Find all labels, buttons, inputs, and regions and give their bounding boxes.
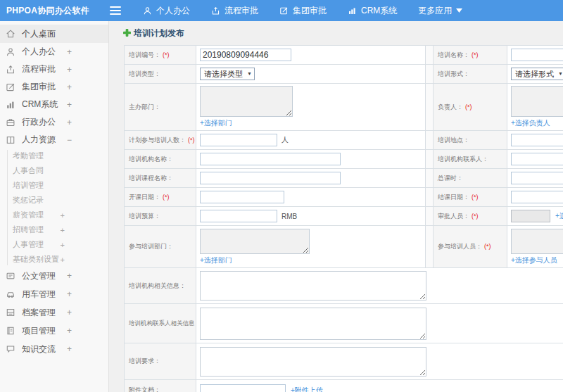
sidebar-item-label: 公文管理 <box>22 270 56 282</box>
total-hours-input[interactable] <box>511 172 563 184</box>
join-people-textarea[interactable] <box>511 229 563 254</box>
select-dept-link[interactable]: +选择部门 <box>200 255 232 265</box>
sidebar-item-knowledge-exchange[interactable]: 知识交流 + <box>0 340 108 358</box>
org-info-textarea[interactable] <box>200 271 426 301</box>
training-type-select[interactable]: 请选择类型 ▼ <box>200 68 255 80</box>
sidebar-subitem-label: 基础类别设置 <box>13 254 59 265</box>
sidebar-subitem-hr-contract[interactable]: 人事合同 <box>0 163 108 178</box>
user-icon <box>143 6 152 15</box>
sidebar-item-human-resources[interactable]: 人力资源 − <box>0 131 108 148</box>
expand-plus-icon[interactable]: + <box>61 211 65 220</box>
leader-textarea[interactable] <box>511 86 563 117</box>
expand-plus-icon[interactable]: + <box>67 65 72 75</box>
nav-group-approval[interactable]: 集团审批 <box>269 0 337 21</box>
end-date-input[interactable] <box>511 191 563 203</box>
bar-chart-icon <box>6 99 16 110</box>
plan-count-input[interactable] <box>200 134 277 146</box>
sidebar: 个人桌面 个人办公 + 流程审批 + 集团审批 + CRM系统 + 行政办公 +… <box>0 21 109 392</box>
start-date-input[interactable] <box>200 191 284 203</box>
column-gap <box>426 131 434 150</box>
expand-plus-icon[interactable]: + <box>67 100 72 110</box>
sidebar-subitem-salary-mgmt[interactable]: 薪资管理 + <box>0 208 108 222</box>
workflow-icon <box>6 64 16 75</box>
expand-plus-icon[interactable]: + <box>67 271 72 281</box>
org-contact-input[interactable] <box>511 153 563 165</box>
sidebar-subitem-training-mgmt[interactable]: 培训管理 <box>0 178 108 193</box>
required-marker: (*) <box>472 51 479 58</box>
expand-plus-icon[interactable]: + <box>61 226 65 234</box>
training-form-select[interactable]: 请选择形式 ▼ <box>511 68 563 80</box>
sidebar-item-personal-office[interactable]: 个人办公 + <box>0 43 108 61</box>
select-dept-link[interactable]: +选择部门 <box>200 118 232 128</box>
expand-plus-icon[interactable]: + <box>67 308 72 317</box>
nav-personal-office[interactable]: 个人办公 <box>132 0 201 21</box>
compose-icon <box>6 82 16 92</box>
sidebar-item-label: 知识交流 <box>22 343 56 355</box>
workflow-icon <box>211 6 220 15</box>
select-approver-link[interactable]: +选择审批人员 <box>555 212 563 220</box>
sidebar-subitem-attendance-mgmt[interactable]: 考勤管理 <box>0 148 108 163</box>
training-no-input[interactable] <box>200 49 291 61</box>
select-participants-link[interactable]: +选择参与人员 <box>511 255 557 265</box>
org-name-input[interactable] <box>200 153 341 165</box>
expand-plus-icon[interactable]: + <box>61 255 65 264</box>
sidebar-item-document-mgmt[interactable]: 公文管理 + <box>0 267 108 285</box>
required-marker: (*) <box>472 213 479 220</box>
select-leader-link[interactable]: +选择负责人 <box>511 118 550 128</box>
sidebar-item-group-approval[interactable]: 集团审批 + <box>0 78 108 96</box>
column-gap <box>426 46 434 65</box>
nav-label: 集团审批 <box>293 5 327 17</box>
training-name-input[interactable] <box>511 49 563 61</box>
required-marker: (*) <box>465 103 472 110</box>
sidebar-subitem-base-category-settings[interactable]: 基础类别设置 + <box>0 252 108 267</box>
sidebar-subitem-label: 奖惩记录 <box>13 195 44 206</box>
sidebar-subitem-label: 人事合同 <box>13 165 44 176</box>
approver-input[interactable] <box>511 210 550 222</box>
select-caret-icon: ▼ <box>558 70 563 78</box>
hamburger-menu-icon[interactable] <box>110 6 121 15</box>
sidebar-item-personal-desktop[interactable]: 个人桌面 <box>0 25 108 43</box>
sidebar-item-project-mgmt[interactable]: 项目管理 + <box>0 322 108 340</box>
sidebar-subitem-recruitment-mgmt[interactable]: 招聘管理 + <box>0 222 108 237</box>
sidebar-item-archive-mgmt[interactable]: 档案管理 + <box>0 303 108 322</box>
user-icon <box>6 46 16 57</box>
nav-workflow-approval[interactable]: 流程审批 <box>201 0 269 21</box>
host-dept-textarea[interactable] <box>200 86 293 117</box>
nav-crm-system[interactable]: CRM系统 <box>337 0 407 21</box>
sidebar-subitem-label: 培训管理 <box>13 180 44 191</box>
sidebar-item-crm-system[interactable]: CRM系统 + <box>0 96 108 113</box>
column-gap <box>426 150 434 169</box>
sidebar-subitem-personnel-mgmt[interactable]: 人事管理 + <box>0 237 108 252</box>
sidebar-item-vehicle-mgmt[interactable]: 用车管理 + <box>0 285 108 303</box>
expand-plus-icon[interactable]: + <box>67 82 72 92</box>
expand-plus-icon[interactable]: + <box>67 47 72 57</box>
expand-plus-icon[interactable]: + <box>67 344 72 354</box>
attachment-input[interactable] <box>200 384 286 392</box>
expand-plus-icon[interactable]: + <box>67 289 72 299</box>
attachment-upload-link[interactable]: +附件上传 <box>291 386 323 392</box>
label-start-date: 开课日期：(*) <box>125 188 196 207</box>
sidebar-item-label: 流程审批 <box>22 63 56 75</box>
select-value: 请选择形式 <box>515 70 554 78</box>
budget-input[interactable] <box>200 210 277 222</box>
expand-plus-icon[interactable]: + <box>67 118 72 127</box>
sidebar-subitem-reward-punishment[interactable]: 奖惩记录 <box>0 193 108 208</box>
location-input[interactable] <box>511 134 563 146</box>
course-name-input[interactable] <box>200 172 341 184</box>
sidebar-item-workflow-approval[interactable]: 流程审批 + <box>0 61 108 78</box>
required-marker: (*) <box>163 51 170 58</box>
sidebar-subitem-label: 人事管理 <box>13 239 44 250</box>
nav-more-apps[interactable]: 更多应用 <box>407 0 473 21</box>
sidebar-item-label: 项目管理 <box>22 325 56 337</box>
org-contact-info-textarea[interactable] <box>200 308 426 340</box>
expand-plus-icon[interactable]: + <box>67 326 72 336</box>
briefcase-icon <box>6 117 16 127</box>
expand-plus-icon[interactable]: + <box>61 241 65 249</box>
sidebar-item-admin-office[interactable]: 行政办公 + <box>0 113 108 131</box>
label-location: 培训地点： <box>434 131 507 150</box>
collapse-minus-icon[interactable]: − <box>67 135 72 145</box>
top-nav: 个人办公 流程审批 集团审批 CRM系统 更多应用 <box>132 0 473 21</box>
add-plus-icon <box>123 29 131 39</box>
join-dept-textarea[interactable] <box>200 229 310 254</box>
training-req-textarea[interactable] <box>200 347 426 377</box>
